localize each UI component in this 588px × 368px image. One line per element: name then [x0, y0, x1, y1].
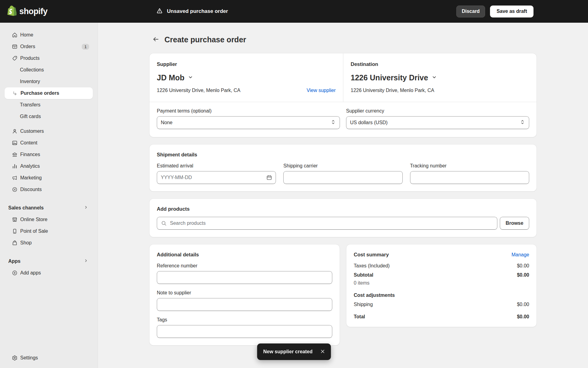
- shipping-value: $0.00: [517, 302, 529, 307]
- toast-message: New supplier created: [263, 349, 313, 355]
- page-title: Create purchase order: [164, 35, 246, 44]
- estimated-arrival-field: Estimated arrival: [157, 163, 276, 184]
- taxes-value: $0.00: [517, 263, 529, 269]
- add-apps-plus-icon: [12, 270, 18, 276]
- estimated-arrival-input[interactable]: [157, 171, 276, 184]
- view-supplier-link[interactable]: View supplier: [307, 88, 336, 93]
- reference-number-input[interactable]: [157, 271, 332, 284]
- sidebar-item-finances[interactable]: Finances: [5, 149, 93, 160]
- sidebar-item-analytics[interactable]: Analytics: [5, 160, 93, 172]
- payment-terms-label: Payment terms (optional): [157, 108, 340, 114]
- note-to-supplier-label: Note to supplier: [157, 290, 332, 296]
- total-value: $0.00: [517, 314, 529, 320]
- products-tag-icon: [12, 55, 18, 61]
- supplier-heading: Supplier: [157, 61, 336, 67]
- select-caret-icon: [330, 119, 336, 126]
- sidebar-item-online-store[interactable]: Online Store: [5, 214, 93, 225]
- toast: New supplier created: [257, 343, 331, 360]
- sidebar-item-customers[interactable]: Customers: [5, 125, 93, 137]
- marketing-megaphone-icon: [12, 175, 18, 181]
- sidebar-item-gift-cards[interactable]: Gift cards: [5, 111, 93, 122]
- taxes-row: Taxes (Included) $0.00: [354, 263, 529, 269]
- browse-button[interactable]: Browse: [500, 217, 529, 230]
- payment-terms-value: None: [161, 120, 172, 125]
- sidebar-item-home[interactable]: Home: [5, 29, 93, 41]
- destination-address: 1226 University Drive, Menlo Park, CA: [351, 88, 434, 93]
- home-icon: [12, 32, 18, 38]
- analytics-bars-icon: [12, 163, 18, 169]
- tracking-number-field: Tracking number: [410, 163, 529, 184]
- sidebar-item-content[interactable]: Content: [5, 137, 93, 149]
- sidebar-item-collections[interactable]: Collections: [5, 64, 93, 76]
- tags-input[interactable]: [157, 325, 332, 338]
- note-to-supplier-input[interactable]: [157, 298, 332, 311]
- reference-number-label: Reference number: [157, 263, 332, 269]
- items-count: 0 items: [354, 280, 529, 286]
- shopify-bag-icon: [7, 6, 17, 17]
- search-products-input[interactable]: [157, 217, 497, 230]
- tracking-number-label: Tracking number: [410, 163, 529, 169]
- sidebar-item-shop[interactable]: Shop: [5, 237, 93, 249]
- destination-dropdown[interactable]: 1226 University Drive: [351, 73, 437, 82]
- shipment-details-heading: Shipment details: [157, 152, 529, 158]
- additional-details-card: Additional details Reference number Note…: [149, 244, 340, 345]
- discounts-percent-icon: [12, 186, 18, 193]
- cost-summary-card: Cost summary Manage Taxes (Included) $0.…: [346, 244, 537, 327]
- sidebar-item-add-apps[interactable]: Add apps: [5, 267, 93, 279]
- estimated-arrival-label: Estimated arrival: [157, 163, 276, 169]
- add-products-card: Add products Browse: [149, 199, 537, 237]
- total-row: Total $0.00: [354, 314, 529, 320]
- sidebar-item-orders[interactable]: Orders 1: [5, 41, 93, 52]
- subtotal-label: Subtotal: [354, 272, 373, 278]
- payment-terms-select[interactable]: None: [157, 116, 340, 129]
- add-products-heading: Add products: [157, 206, 529, 212]
- supplier-currency-label: Supplier currency: [346, 108, 529, 114]
- finances-bank-icon: [12, 151, 18, 158]
- chevron-right-icon: [84, 205, 89, 211]
- warning-icon: [156, 7, 163, 16]
- save-as-draft-button[interactable]: Save as draft: [490, 6, 533, 17]
- page-header: Create purchase order: [149, 34, 537, 45]
- savebar-actions: Discard Save as draft: [456, 6, 533, 17]
- payment-terms-field: Payment terms (optional) None: [157, 108, 340, 129]
- tracking-number-input[interactable]: [410, 171, 529, 184]
- shop-bag-icon: [12, 240, 18, 246]
- shopify-logo[interactable]: shopify: [0, 6, 47, 17]
- sidebar-item-transfers[interactable]: Transfers: [5, 99, 93, 111]
- sidebar-item-settings[interactable]: Settings: [5, 352, 93, 364]
- cost-adjustments-heading-row: Cost adjustments: [354, 293, 529, 298]
- back-button[interactable]: [150, 34, 162, 45]
- close-icon: [319, 348, 326, 355]
- subtotal-value: $0.00: [517, 272, 529, 278]
- sidebar-section-apps[interactable]: Apps: [5, 255, 93, 267]
- sidebar-item-purchase-orders[interactable]: Purchase orders: [5, 87, 93, 99]
- sidebar-item-marketing[interactable]: Marketing: [5, 172, 93, 184]
- supplier-currency-field: Supplier currency US dollars (USD): [346, 108, 529, 129]
- supplier-currency-select[interactable]: US dollars (USD): [346, 116, 529, 129]
- back-arrow-icon: [153, 36, 159, 44]
- subtotal-row: Subtotal $0.00: [354, 272, 529, 278]
- shipping-carrier-label: Shipping carrier: [283, 163, 402, 169]
- supplier-destination-card: Supplier JD Mob 1226 University Drive, M…: [149, 53, 537, 137]
- supplier-name: JD Mob: [157, 73, 184, 82]
- sidebar-item-products[interactable]: Products: [5, 52, 93, 64]
- supplier-currency-value: US dollars (USD): [350, 120, 388, 125]
- select-caret-icon: [520, 119, 525, 126]
- destination-name: 1226 University Drive: [351, 73, 428, 82]
- supplier-section: Supplier JD Mob 1226 University Drive, M…: [149, 53, 343, 102]
- online-store-icon: [12, 217, 18, 223]
- sidebar-section-sales-channels[interactable]: Sales channels: [5, 202, 93, 214]
- manage-link[interactable]: Manage: [511, 252, 529, 258]
- supplier-dropdown[interactable]: JD Mob: [157, 73, 194, 82]
- sidebar-item-point-of-sale[interactable]: Point of Sale: [5, 225, 93, 237]
- taxes-label: Taxes (Included): [354, 263, 390, 269]
- unsaved-status-text: Unsaved purchase order: [167, 8, 228, 14]
- cost-adjustments-heading: Cost adjustments: [354, 293, 395, 298]
- sidebar-item-discounts[interactable]: Discounts: [5, 184, 93, 195]
- destination-heading: Destination: [351, 61, 529, 67]
- shipping-carrier-input[interactable]: [283, 171, 402, 184]
- sidebar-item-inventory[interactable]: Inventory: [5, 76, 93, 87]
- chevron-down-icon: [187, 74, 194, 82]
- discard-button[interactable]: Discard: [456, 6, 485, 17]
- toast-close-button[interactable]: [318, 347, 327, 356]
